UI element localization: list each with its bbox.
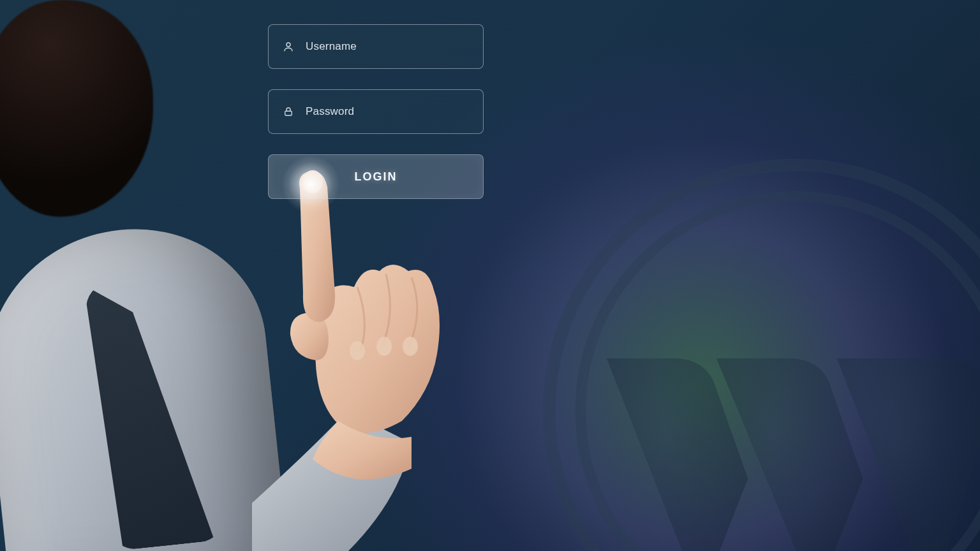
user-icon [283, 41, 294, 52]
password-input[interactable] [306, 105, 469, 118]
username-input[interactable] [306, 40, 469, 53]
svg-point-0 [549, 165, 980, 551]
person-illustration [0, 77, 268, 548]
username-field[interactable] [268, 24, 484, 69]
lock-icon [283, 106, 294, 117]
svg-rect-7 [285, 111, 292, 115]
login-button[interactable]: LOGIN [268, 154, 484, 199]
wordpress-icon [533, 149, 980, 551]
svg-point-1 [581, 196, 980, 551]
password-field[interactable] [268, 89, 484, 134]
svg-point-2 [350, 341, 365, 360]
svg-point-6 [286, 43, 290, 47]
svg-point-3 [376, 337, 392, 356]
svg-point-4 [403, 337, 418, 356]
hand-illustration [252, 169, 482, 551]
login-form: LOGIN [268, 24, 484, 199]
